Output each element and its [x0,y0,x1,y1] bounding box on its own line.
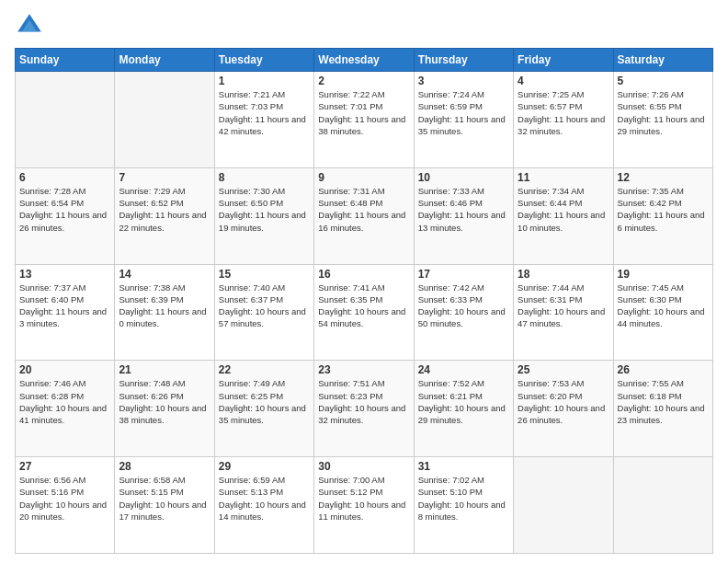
day-number: 8 [219,171,310,184]
weekday-header-thursday: Thursday [414,49,513,72]
calendar-cell: 23 Sunrise: 7:51 AM Sunset: 6:23 PM Dayl… [314,361,414,457]
calendar-cell: 29 Sunrise: 6:59 AM Sunset: 5:13 PM Dayl… [214,457,313,554]
sunrise: Sunrise: 7:30 AM [219,186,285,196]
page: SundayMondayTuesdayWednesdayThursdayFrid… [0,0,728,563]
sunrise: Sunrise: 7:48 AM [119,378,185,388]
daylight: Daylight: 10 hours and 11 minutes. [318,500,405,522]
day-number: 14 [119,268,210,281]
day-number: 23 [318,363,409,376]
day-number: 9 [318,171,409,184]
calendar-cell: 4 Sunrise: 7:25 AM Sunset: 6:57 PM Dayli… [514,72,613,168]
calendar-cell [514,457,613,554]
day-number: 29 [219,460,310,473]
day-number: 1 [219,75,310,87]
week-row-3: 13 Sunrise: 7:37 AM Sunset: 6:40 PM Dayl… [16,264,713,361]
weekday-header-sunday: Sunday [16,49,115,72]
calendar-cell: 31 Sunrise: 7:02 AM Sunset: 5:10 PM Dayl… [414,457,513,554]
day-info: Sunrise: 7:28 AM Sunset: 6:54 PM Dayligh… [19,185,110,234]
day-info: Sunrise: 7:37 AM Sunset: 6:40 PM Dayligh… [19,282,110,330]
day-number: 22 [219,363,310,376]
sunset: Sunset: 6:18 PM [618,391,682,401]
weekday-header-saturday: Saturday [613,49,712,72]
day-number: 17 [418,268,509,281]
day-info: Sunrise: 7:26 AM Sunset: 6:55 PM Dayligh… [618,88,709,137]
day-info: Sunrise: 7:35 AM Sunset: 6:42 PM Dayligh… [618,185,709,234]
sunset: Sunset: 7:01 PM [318,101,382,111]
week-row-4: 20 Sunrise: 7:46 AM Sunset: 6:28 PM Dayl… [16,361,713,457]
daylight: Daylight: 10 hours and 26 minutes. [518,403,605,425]
sunrise: Sunrise: 7:00 AM [318,475,384,485]
daylight: Daylight: 10 hours and 44 minutes. [618,306,705,328]
daylight: Daylight: 10 hours and 47 minutes. [518,306,605,328]
daylight: Daylight: 10 hours and 14 minutes. [219,500,306,522]
calendar-cell: 22 Sunrise: 7:49 AM Sunset: 6:25 PM Dayl… [214,361,313,457]
sunrise: Sunrise: 7:22 AM [318,89,384,99]
calendar-cell: 26 Sunrise: 7:55 AM Sunset: 6:18 PM Dayl… [613,361,712,457]
daylight: Daylight: 11 hours and 22 minutes. [119,210,206,232]
calendar-cell: 5 Sunrise: 7:26 AM Sunset: 6:55 PM Dayli… [613,72,712,168]
sunset: Sunset: 6:26 PM [119,391,183,401]
weekday-header-row: SundayMondayTuesdayWednesdayThursdayFrid… [16,49,713,72]
calendar-cell: 11 Sunrise: 7:34 AM Sunset: 6:44 PM Dayl… [514,167,613,264]
daylight: Daylight: 11 hours and 42 minutes. [219,114,306,136]
daylight: Daylight: 11 hours and 16 minutes. [318,210,405,232]
daylight: Daylight: 10 hours and 57 minutes. [219,306,306,328]
sunset: Sunset: 6:31 PM [518,294,582,304]
calendar-cell [16,72,115,168]
calendar-cell: 16 Sunrise: 7:41 AM Sunset: 6:35 PM Dayl… [314,264,414,361]
sunrise: Sunrise: 7:52 AM [418,378,484,388]
day-number: 27 [19,460,110,473]
day-number: 11 [518,171,609,184]
calendar-cell: 13 Sunrise: 7:37 AM Sunset: 6:40 PM Dayl… [16,264,115,361]
sunset: Sunset: 6:40 PM [19,294,84,304]
daylight: Daylight: 11 hours and 10 minutes. [518,210,605,232]
day-number: 21 [119,363,210,376]
day-info: Sunrise: 7:41 AM Sunset: 6:35 PM Dayligh… [318,282,409,330]
daylight: Daylight: 10 hours and 23 minutes. [618,403,705,425]
week-row-2: 6 Sunrise: 7:28 AM Sunset: 6:54 PM Dayli… [16,167,713,264]
day-number: 31 [418,460,509,473]
sunset: Sunset: 6:50 PM [219,198,283,208]
sunset: Sunset: 7:03 PM [219,101,283,111]
sunset: Sunset: 6:59 PM [418,101,483,111]
sunset: Sunset: 6:39 PM [119,294,183,304]
sunrise: Sunrise: 7:46 AM [19,378,85,388]
sunrise: Sunrise: 7:38 AM [119,282,185,293]
sunrise: Sunrise: 7:49 AM [219,378,285,388]
daylight: Daylight: 10 hours and 8 minutes. [418,500,506,522]
sunrise: Sunrise: 7:42 AM [418,282,484,293]
calendar-table: SundayMondayTuesdayWednesdayThursdayFrid… [15,48,713,554]
day-number: 10 [418,171,509,184]
daylight: Daylight: 10 hours and 20 minutes. [19,500,107,522]
calendar-cell: 1 Sunrise: 7:21 AM Sunset: 7:03 PM Dayli… [214,72,313,168]
day-info: Sunrise: 7:52 AM Sunset: 6:21 PM Dayligh… [418,377,509,426]
week-row-5: 27 Sunrise: 6:56 AM Sunset: 5:16 PM Dayl… [16,457,713,554]
day-info: Sunrise: 6:59 AM Sunset: 5:13 PM Dayligh… [219,474,310,523]
weekday-header-wednesday: Wednesday [314,49,414,72]
sunset: Sunset: 6:30 PM [618,294,682,304]
calendar-cell: 7 Sunrise: 7:29 AM Sunset: 6:52 PM Dayli… [115,167,214,264]
weekday-header-friday: Friday [514,49,613,72]
day-info: Sunrise: 7:49 AM Sunset: 6:25 PM Dayligh… [219,377,310,426]
sunset: Sunset: 6:35 PM [318,294,382,304]
sunset: Sunset: 6:57 PM [518,101,582,111]
sunrise: Sunrise: 7:34 AM [518,186,584,196]
daylight: Daylight: 11 hours and 26 minutes. [19,210,107,232]
day-info: Sunrise: 7:34 AM Sunset: 6:44 PM Dayligh… [518,185,609,234]
day-info: Sunrise: 6:56 AM Sunset: 5:16 PM Dayligh… [19,474,110,523]
day-info: Sunrise: 7:44 AM Sunset: 6:31 PM Dayligh… [518,282,609,330]
day-info: Sunrise: 7:30 AM Sunset: 6:50 PM Dayligh… [219,185,310,234]
day-info: Sunrise: 7:48 AM Sunset: 6:26 PM Dayligh… [119,377,210,426]
day-number: 16 [318,268,409,281]
day-number: 20 [19,363,110,376]
daylight: Daylight: 11 hours and 32 minutes. [518,114,605,136]
sunrise: Sunrise: 7:33 AM [418,186,484,196]
calendar-cell: 15 Sunrise: 7:40 AM Sunset: 6:37 PM Dayl… [214,264,313,361]
day-info: Sunrise: 7:33 AM Sunset: 6:46 PM Dayligh… [418,185,509,234]
day-info: Sunrise: 7:42 AM Sunset: 6:33 PM Dayligh… [418,282,509,330]
logo-icon [15,11,44,40]
day-info: Sunrise: 7:51 AM Sunset: 6:23 PM Dayligh… [318,377,409,426]
sunset: Sunset: 5:15 PM [119,487,183,497]
daylight: Daylight: 10 hours and 38 minutes. [119,403,206,425]
sunrise: Sunrise: 7:53 AM [518,378,584,388]
